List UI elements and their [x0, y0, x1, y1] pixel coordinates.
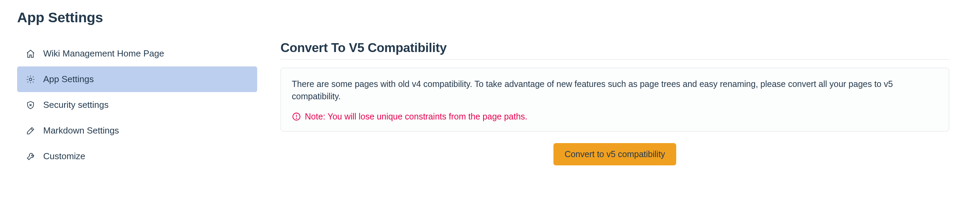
warning-note: Note: You will lose unique constraints f… — [292, 112, 938, 122]
info-box: There are some pages with old v4 compati… — [280, 68, 949, 131]
gear-icon — [25, 74, 36, 85]
home-icon — [25, 49, 36, 59]
page-title: App Settings — [17, 9, 963, 26]
sidebar-item-app-settings[interactable]: App Settings — [17, 66, 257, 92]
sidebar-item-label: Security settings — [43, 100, 109, 110]
button-row: Convert to v5 compatibility — [280, 143, 949, 165]
section-title-convert-v5: Convert To V5 Compatibility — [280, 41, 949, 60]
sidebar-item-customize[interactable]: Customize — [17, 144, 257, 169]
sidebar-item-label: Markdown Settings — [43, 125, 119, 136]
svg-point-0 — [29, 78, 32, 81]
edit-icon — [25, 126, 36, 136]
sidebar-item-label: App Settings — [43, 74, 94, 85]
alert-circle-icon — [292, 112, 301, 121]
sidebar-item-label: Customize — [43, 151, 85, 161]
wrench-icon — [25, 151, 36, 161]
svg-point-3 — [296, 118, 296, 118]
sidebar-item-markdown-settings[interactable]: Markdown Settings — [17, 118, 257, 144]
convert-to-v5-button[interactable]: Convert to v5 compatibility — [554, 143, 676, 165]
shield-icon — [25, 100, 36, 110]
sidebar-item-wiki-management-home-page[interactable]: Wiki Management Home Page — [17, 41, 257, 66]
warning-note-text: Note: You will lose unique constraints f… — [305, 112, 527, 122]
settings-sidebar: Wiki Management Home Page App Settings S… — [17, 41, 257, 169]
sidebar-item-security-settings[interactable]: Security settings — [17, 92, 257, 118]
info-text: There are some pages with old v4 compati… — [292, 78, 938, 103]
sidebar-item-label: Wiki Management Home Page — [43, 48, 164, 59]
content-panel: Convert To V5 Compatibility There are so… — [280, 41, 963, 169]
